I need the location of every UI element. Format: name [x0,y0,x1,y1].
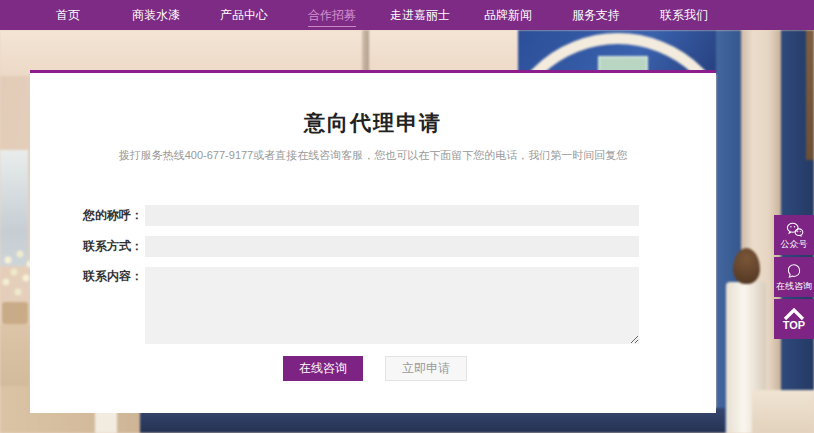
contact-label: 联系方式： [70,236,145,257]
photo-arch [460,30,716,74]
nav-item-label: 走进嘉丽士 [390,7,450,26]
form-row-content: 联系内容： [70,267,639,344]
photo-wall-corner [362,30,369,74]
wechat-widget-label: 公众号 [781,239,808,249]
nav-item-label: 品牌新闻 [484,7,532,26]
floating-toolbar: 公众号 在线咨询 TOP [774,215,814,341]
nav-item-label: 联系我们 [660,7,708,26]
nav-item-recruitment[interactable]: 合作招募 [288,0,376,30]
nav-item-contact[interactable]: 联系我们 [640,0,728,30]
photo-bedpost-knob [733,248,760,284]
main-nav: 首页 商装水漆 产品中心 合作招募 走进嘉丽士 品牌新闻 服务支持 联系我们 [0,0,814,30]
nav-item-commercial-paint[interactable]: 商装水漆 [112,0,200,30]
nav-item-label: 合作招募 [308,7,356,27]
page: 首页 商装水漆 产品中心 合作招募 走进嘉丽士 品牌新闻 服务支持 联系我们 意… [0,0,814,433]
content-label: 联系内容： [70,267,145,344]
application-panel: 意向代理申请 拨打服务热线400-677-9177或者直接在线咨询客服，您也可以… [30,70,716,413]
back-to-top-widget[interactable]: TOP [774,299,814,339]
form-row-contact: 联系方式： [70,236,639,257]
name-input[interactable] [145,205,639,226]
online-chat-widget[interactable]: 在线咨询 [774,257,814,297]
page-subtitle: 拨打服务热线400-677-9177或者直接在线咨询客服，您也可以在下面留下您的… [30,148,716,163]
apply-now-button[interactable]: 立即申请 [385,356,467,381]
nav-item-label: 首页 [56,7,80,26]
nav-item-products[interactable]: 产品中心 [200,0,288,30]
online-consult-button[interactable]: 在线咨询 [283,356,363,381]
nav-item-label: 商装水漆 [132,7,180,26]
form-row-name: 您的称呼： [70,205,639,226]
content-textarea[interactable] [145,267,639,344]
nav-item-support[interactable]: 服务支持 [552,0,640,30]
online-chat-widget-label: 在线咨询 [776,281,812,291]
photo-wood-trim [806,30,814,160]
nav-item-home[interactable]: 首页 [24,0,112,30]
back-to-top-label: TOP [783,320,805,331]
nav-item-label: 产品中心 [220,7,268,26]
photo-vase [2,302,28,324]
wechat-icon [785,221,804,238]
nav-item-label: 服务支持 [572,7,620,26]
chat-bubble-icon [785,263,803,280]
photo-bench [752,390,814,433]
nav-item-about[interactable]: 走进嘉丽士 [376,0,464,30]
contact-input[interactable] [145,236,639,257]
name-label: 您的称呼： [70,205,145,226]
nav-item-news[interactable]: 品牌新闻 [464,0,552,30]
wechat-widget[interactable]: 公众号 [774,215,814,255]
page-title: 意向代理申请 [30,109,716,137]
